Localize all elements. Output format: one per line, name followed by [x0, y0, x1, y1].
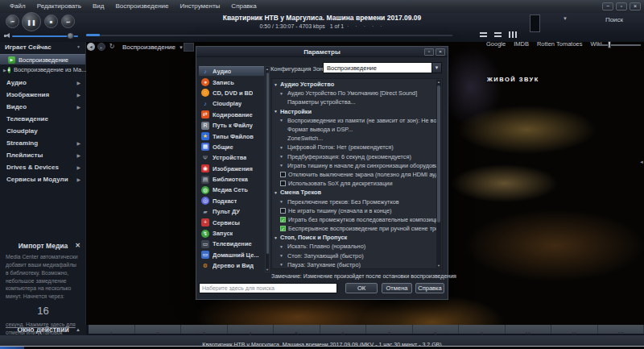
sidebar-item-6[interactable]: Плейлисты▶: [0, 149, 85, 161]
dropdown-chevron-icon[interactable]: ▼: [279, 91, 287, 96]
checkbox[interactable]: [280, 181, 286, 186]
menu-item-1[interactable]: Редактировать: [31, 0, 87, 13]
dropdown-chevron-icon[interactable]: ▼: [279, 253, 287, 258]
dropdown-chevron-icon[interactable]: ▼: [279, 244, 287, 249]
timeline-segment-9[interactable]: 9: [459, 325, 506, 334]
minimize-button[interactable]: −: [602, 2, 613, 10]
options-category-9[interactable]: ◉Изображения: [199, 164, 264, 174]
ok-button[interactable]: ОК: [345, 283, 378, 293]
timeline-segment-8[interactable]: 8: [413, 325, 460, 334]
sidebar-item-1[interactable]: Изображения▶: [0, 89, 85, 101]
tree-item-2[interactable]: Параметры устройства...: [272, 98, 437, 106]
view-rows-icon[interactable]: [494, 31, 502, 38]
dialog-close-button[interactable]: ×: [436, 48, 445, 56]
options-category-14[interactable]: +Сервисы: [199, 217, 264, 227]
category-scrollbar[interactable]: ▲ ▼: [265, 66, 270, 272]
dropdown-chevron-icon[interactable]: ▼: [279, 199, 287, 204]
checkbox[interactable]: ✓: [280, 217, 286, 222]
timeline-segment-6[interactable]: 6: [320, 325, 367, 334]
scroll-down-icon[interactable]: ▼: [436, 264, 441, 268]
timeline-segment-2[interactable]: 2: [135, 325, 182, 334]
timeline-segment-3[interactable]: 3: [181, 325, 228, 334]
tree-item-5[interactable]: Формат вывода и DSP...: [272, 125, 437, 134]
previous-button[interactable]: ⏮: [6, 15, 19, 28]
options-category-3[interactable]: ♪Cloudplay: [199, 98, 264, 109]
zone-config-select[interactable]: Воспроизведение ▼: [323, 62, 442, 73]
sidebar-item-4[interactable]: Cloudplay: [0, 125, 85, 137]
section-collapse-icon[interactable]: ▼: [274, 109, 280, 114]
sidebar-collapse-arrow[interactable]: ◄: [639, 160, 644, 164]
options-category-2[interactable]: ◌CD, DVD и BD: [199, 88, 264, 98]
next-button[interactable]: ⏭: [61, 15, 75, 28]
timeline-segment-7[interactable]: 7: [366, 325, 413, 334]
web-link-0[interactable]: Google: [486, 40, 506, 48]
tree-item-7[interactable]: ▼Цифровой Поток: Нет (рекомендуется): [272, 143, 437, 152]
options-category-11[interactable]: ◍Медиа Сеть: [199, 185, 264, 195]
options-category-1[interactable]: ●Запись: [199, 77, 264, 87]
tree-item-15[interactable]: ✓Играть без промежутков последовательные…: [272, 215, 437, 224]
scroll-thumb[interactable]: [266, 73, 270, 254]
timeline-segment-4[interactable]: 4: [228, 325, 275, 334]
tree-item-10[interactable]: Отключить выключение экрана (полезно для…: [272, 170, 437, 179]
options-category-18[interactable]: ⚙Дерево и Вид: [199, 260, 264, 271]
options-category-13[interactable]: ▰Пульт ДУ: [199, 206, 264, 217]
options-category-10[interactable]: ▤Библиотека: [199, 174, 264, 185]
scroll-down-icon[interactable]: ▼: [266, 268, 269, 272]
timeline-segment-10[interactable]: 10: [506, 325, 552, 334]
pause-button[interactable]: ❚❚: [22, 12, 41, 31]
tree-item-8[interactable]: ▼Предбуферизация: 6 секунд (рекомендуетс…: [272, 152, 437, 161]
sidebar-item-now-playing[interactable]: Играет Сейчас ▼: [0, 42, 85, 53]
dropdown-chevron-icon[interactable]: ▼: [279, 163, 287, 168]
sidebar-item-playback[interactable]: ▶ Воспроизведение: [0, 54, 85, 64]
options-category-12[interactable]: ◎Подкаст: [199, 196, 264, 206]
options-category-15[interactable]: ↯Запуск: [199, 228, 264, 239]
tree-item-13[interactable]: ▼Переключение треков: Без Промежутков: [272, 197, 437, 206]
dialog-search-input[interactable]: [199, 283, 337, 293]
timeline-segment-12[interactable]: 12: [598, 325, 644, 334]
menu-item-0[interactable]: Файл: [4, 0, 31, 13]
video-thumbnail[interactable]: [530, 15, 540, 32]
timeline-ruler[interactable]: 123456789101112: [89, 325, 644, 334]
sidebar-item-0[interactable]: Аудио▶: [0, 77, 85, 89]
sidebar-item-7[interactable]: Drives & Devices▶: [0, 161, 85, 173]
view-options-button[interactable]: [184, 43, 194, 52]
back-button[interactable]: ◄: [87, 43, 95, 51]
tree-item-20[interactable]: ▼Пауза: Затухание (быстро): [272, 260, 437, 269]
dialog-title-bar[interactable]: Параметры ▫ ×: [196, 47, 448, 57]
timeline-segment-11[interactable]: 11: [551, 325, 598, 334]
scroll-up-icon[interactable]: ▲: [436, 80, 441, 84]
sidebar-item-3[interactable]: Телевидение: [0, 113, 85, 125]
menu-item-2[interactable]: Вид: [87, 0, 109, 13]
web-link-2[interactable]: Rotten Tomatoes: [537, 40, 583, 48]
sidebar-item-playback-from[interactable]: ▶ ▶ Воспроизведение из Ма...: [0, 64, 85, 75]
tree-item-18[interactable]: ▼Искать: Плавно (нормально): [272, 242, 437, 251]
tree-item-1[interactable]: ▼Аудио Устройство По Умолчанию [Direct S…: [272, 89, 437, 98]
stop-button[interactable]: ■: [44, 15, 58, 28]
section-collapse-icon[interactable]: ▼: [274, 82, 280, 87]
dropdown-chevron-icon[interactable]: ▼: [279, 262, 287, 267]
maximize-button[interactable]: ▫: [616, 2, 627, 10]
options-category-17[interactable]: ▭Домашний Це...: [199, 250, 264, 260]
tree-item-16[interactable]: ✓Беспрерывное воспроизведение при ручной…: [272, 224, 437, 233]
expand-arrow-icon[interactable]: ▶: [3, 68, 6, 73]
tree-item-14[interactable]: Не играть тишину (сначала и в конце): [272, 206, 437, 215]
tree-item-6[interactable]: ZoneSwitch...: [272, 134, 437, 143]
help-button[interactable]: Справка: [415, 283, 444, 293]
options-category-0[interactable]: ♪Аудио: [199, 66, 264, 77]
dropdown-chevron-icon[interactable]: ▼: [279, 154, 287, 159]
tree-item-11[interactable]: Использовать SoX для дискретизации: [272, 179, 437, 188]
tree-item-4[interactable]: ▼Воспроизведение из памяти (не зависит о…: [272, 116, 437, 125]
view-columns-icon[interactable]: [509, 31, 517, 38]
cancel-button[interactable]: Отмена: [382, 283, 412, 293]
menu-item-4[interactable]: Инструменты: [174, 0, 225, 13]
timeline-segment-5[interactable]: 5: [274, 325, 320, 334]
seek-bar[interactable]: [86, 35, 452, 36]
sidebar-item-8[interactable]: Сервисы и Модули▶: [0, 173, 85, 185]
options-category-8[interactable]: ΨУстройства: [199, 152, 264, 163]
refresh-icon[interactable]: ↻: [108, 43, 116, 51]
view-list-icon[interactable]: [480, 31, 487, 38]
options-category-7[interactable]: ▦Общие: [199, 142, 264, 152]
tree-scrollbar[interactable]: ▲ ▼: [436, 80, 441, 268]
sidebar-item-5[interactable]: Streaming▶: [0, 137, 85, 149]
breadcrumb[interactable]: Воспроизведение▼: [122, 44, 184, 51]
